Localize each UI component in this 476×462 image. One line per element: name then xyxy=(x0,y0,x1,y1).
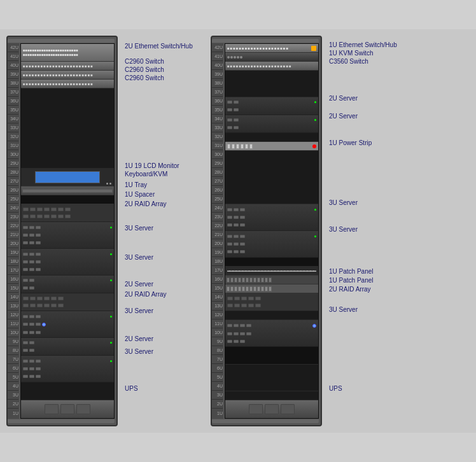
r2-empty-8 xyxy=(225,391,318,400)
server-r1-2 xyxy=(21,249,114,276)
r2-power-strip xyxy=(225,142,318,151)
r2-empty-4 xyxy=(225,258,318,267)
r2-patch-panel-2 xyxy=(225,284,318,293)
label-r1-raid1: 2U RAID Array xyxy=(125,200,167,208)
r2-patch-panel-1 xyxy=(225,276,318,284)
server-r1-4 xyxy=(21,311,114,338)
r2-empty-6 xyxy=(225,347,318,365)
label-r1-server6: 3U Server xyxy=(125,347,153,356)
c2960-1: ■■■■■■■■■■■■■■■■■■■■■■■■ xyxy=(21,62,114,71)
label-r2-server4: 3U Server xyxy=(329,225,358,234)
server-r1-5 xyxy=(21,338,114,356)
main-container: 42U 41U 40U 39U 38U 37U 36U 35U 34U 33U … xyxy=(0,29,476,433)
r2-empty-1 xyxy=(225,71,318,97)
raid-1 xyxy=(21,204,114,222)
label-r1-eth-switch: 2U Ethernet Switch/Hub xyxy=(125,42,193,50)
label-r1-raid2: 2U RAID Array xyxy=(125,290,167,298)
r2-cable-mgmt xyxy=(225,267,318,276)
raid-2 xyxy=(21,293,114,311)
ups-r1 xyxy=(21,400,114,418)
empty-r1-1 xyxy=(21,88,114,169)
server-r1-6 xyxy=(21,356,114,382)
ethernet-switch-1: ■■■■■■■■■■■■■■■■■■■■■■■■ ■■■■■■■■■■■■■■■… xyxy=(21,44,114,62)
server-r1-1 xyxy=(21,222,114,249)
label-r2-server5: 3U Server xyxy=(329,305,358,314)
lcd-monitor xyxy=(21,169,114,186)
label-r2-server2: 2U Server xyxy=(329,112,358,120)
label-r1-server2: 3U Server xyxy=(125,253,153,262)
r2-empty-7 xyxy=(225,365,318,391)
label-r1-c2960: C2960 Switch C2960 Switch C2960 Switch xyxy=(125,57,164,82)
r2-server-2 xyxy=(225,115,318,133)
label-r1-ups: UPS xyxy=(125,384,138,393)
label-r1-spacer: 1U Spacer xyxy=(125,190,155,199)
rack2: 42U 41U 40U 39U 38U 37U 36U 35U 34U 33U … xyxy=(211,36,322,426)
label-r1-server5: 2U Server xyxy=(125,335,153,343)
label-r2-powerstrip: 1U Power Strip xyxy=(329,139,372,147)
label-r1-server4: 3U Server xyxy=(125,307,153,315)
label-r1-server3: 2U Server xyxy=(125,280,153,288)
empty-r1-2 xyxy=(21,382,114,400)
rack2-wrapper: 42U 41U 40U 39U 38U 37U 36U 35U 34U 33U … xyxy=(211,36,409,426)
label-r1-lcd: 1U 19 LCD Monitor Keyboard/KVM xyxy=(125,162,179,178)
label-r1-tray: 1U Tray xyxy=(125,181,147,189)
label-r2-server1: 2U Server xyxy=(329,94,358,102)
rack1: 42U 41U 40U 39U 38U 37U 36U 35U 34U 33U … xyxy=(6,36,118,426)
label-r2-server3: 3U Server xyxy=(329,199,358,207)
c2960-2: ■■■■■■■■■■■■■■■■■■■■■■■■ xyxy=(21,71,114,80)
label-r1-server1: 3U Server xyxy=(125,224,153,232)
r2-kvm-switch xyxy=(225,53,318,62)
label-r2-patch1: 1U Patch Panel xyxy=(329,267,374,276)
r2-ups xyxy=(225,400,318,418)
label-r2-ups: UPS xyxy=(329,384,342,393)
label-r2-patch2: 1U Patch Panel xyxy=(329,276,374,284)
server-r1-3 xyxy=(21,276,114,293)
rack1-wrapper: 42U 41U 40U 39U 38U 37U 36U 35U 34U 33U … xyxy=(6,36,204,426)
tray-1 xyxy=(21,186,114,195)
r2-server-3 xyxy=(225,204,318,231)
r2-raid-1 xyxy=(225,293,318,311)
r2-server-5 xyxy=(225,320,318,347)
r2-server-4 xyxy=(225,231,318,258)
spacer-1 xyxy=(21,195,114,204)
r2-c3560: ■■■■■■■■■■■■■■■■■■■■■■ xyxy=(225,62,318,71)
r2-eth-switch: ■■■■■■■■■■■■■■■■■■■■■ xyxy=(225,44,318,53)
label-r2-eth: 1U Ethernet Switch/Hub 1U KVM Switch C35… xyxy=(329,41,397,66)
r2-empty-3 xyxy=(225,151,318,204)
c2960-3: ■■■■■■■■■■■■■■■■■■■■■■■■ xyxy=(21,80,114,88)
r2-empty-5 xyxy=(225,311,318,320)
r2-server-1 xyxy=(225,97,318,115)
label-r2-raid: 2U RAID Array xyxy=(329,285,371,293)
r2-empty-2 xyxy=(225,133,318,142)
